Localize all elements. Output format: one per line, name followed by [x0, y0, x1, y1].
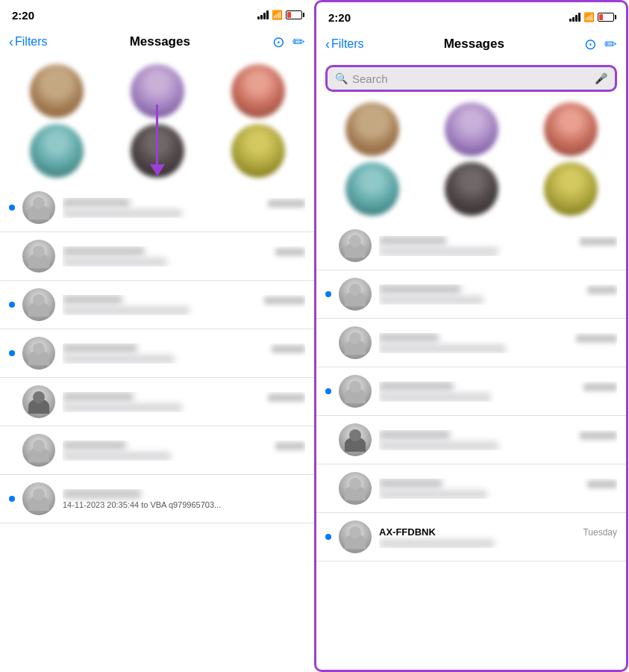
right-pinned-contact-5[interactable] [445, 162, 498, 216]
left-nav-right: ⊙ ✏ [272, 33, 305, 51]
left-message-item-4[interactable] [0, 329, 314, 378]
left-message-item-7[interactable]: 14-11-2023 20:35:44 to VBA q979965703... [0, 475, 314, 523]
msg-preview-blur [379, 247, 498, 256]
right-pinned-contact-4[interactable] [345, 162, 399, 216]
right-pinned-contact-2[interactable] [445, 102, 498, 156]
right-msg-content-1 [379, 236, 617, 256]
left-message-item-2[interactable] [0, 232, 314, 281]
right-pinned-contact-3[interactable] [544, 102, 598, 156]
msg-preview-blur [379, 490, 487, 499]
msg-name-blur [63, 392, 134, 402]
right-status-bar: 2:20 📶 8 [316, 2, 626, 29]
unread-indicator [325, 291, 331, 297]
right-message-item-7[interactable]: AX-FFDBNK Tuesday [316, 513, 626, 561]
msg-preview-blur [379, 296, 484, 305]
right-avatar-1 [345, 102, 399, 156]
msg-time-blur [268, 199, 305, 208]
signal-bars-icon [257, 10, 269, 19]
msg-name-blur [379, 382, 454, 391]
right-message-item-3[interactable] [316, 319, 626, 367]
right-msg-avatar-5 [339, 423, 372, 456]
msg-preview-blur [379, 344, 506, 353]
right-msg-avatar-3 [339, 326, 372, 359]
right-msg-time-7: Tuesday [583, 527, 617, 538]
msg-time-blur [587, 480, 617, 488]
left-msg-avatar-7 [22, 482, 55, 515]
msg-time-blur [268, 393, 305, 402]
left-msg-content-5 [63, 392, 305, 412]
right-message-list: AX-FFDBNK Tuesday [316, 222, 626, 670]
right-pinned-contact-1[interactable] [345, 102, 399, 156]
msg-time-blur [264, 296, 305, 305]
right-msg-content-5 [379, 430, 617, 450]
right-compose-button[interactable]: ✏ [604, 35, 617, 53]
right-message-item-4[interactable] [316, 367, 626, 416]
left-compose-button[interactable]: ✏ [292, 33, 305, 51]
msg-time-blur [587, 286, 617, 294]
msg-preview-blur [379, 441, 498, 450]
msg-time-blur [272, 345, 305, 353]
right-more-button[interactable]: ⊙ [584, 35, 597, 53]
right-msg-avatar-4 [339, 375, 372, 408]
left-status-bar: 2:20 📶 8 [0, 0, 314, 27]
msg-preview-blur [63, 452, 171, 461]
left-filters-back[interactable]: ‹ Filters [9, 34, 48, 50]
msg-time-blur [583, 383, 617, 391]
right-phone-panel: 2:20 📶 8 ‹ Filters Messages ⊙ ✏ [314, 0, 628, 672]
right-msg-avatar-6 [339, 472, 372, 505]
left-more-button[interactable]: ⊙ [272, 33, 285, 51]
right-pinned-contact-6[interactable] [544, 162, 598, 216]
right-message-item-1[interactable] [316, 222, 626, 270]
left-pinned-contact-3[interactable] [231, 64, 285, 118]
right-signal-bars-icon [569, 13, 581, 22]
msg-name-blur [63, 343, 137, 353]
unread-indicator [325, 534, 331, 540]
msg-time-blur [275, 248, 305, 256]
right-message-item-6[interactable] [316, 464, 626, 513]
left-msg-avatar-4 [22, 337, 55, 370]
left-phone-panel: 2:20 📶 8 ‹ Filters Messages ⊙ ✏ [0, 0, 314, 672]
msg-name-blur [379, 479, 442, 488]
right-nav-right: ⊙ ✏ [584, 35, 617, 53]
right-message-item-2[interactable] [316, 270, 626, 319]
right-filters-label: Filters [331, 37, 364, 51]
right-msg-avatar-7 [339, 520, 372, 553]
microphone-icon[interactable]: 🎤 [595, 72, 607, 84]
right-pinned-section [316, 98, 626, 222]
left-avatar-4 [30, 124, 84, 178]
left-message-item-5[interactable] [0, 378, 314, 426]
msg-preview-blur [63, 209, 182, 218]
msg-preview-blur [379, 393, 491, 402]
right-msg-content-6 [379, 479, 617, 499]
left-msg-avatar-3 [22, 288, 55, 321]
right-filters-back[interactable]: ‹ Filters [325, 37, 364, 52]
left-message-item-6[interactable] [0, 426, 314, 475]
msg-preview-blur [379, 539, 495, 548]
left-avatar-5 [131, 124, 184, 178]
msg-time-blur [576, 335, 617, 343]
left-pinned-contact-4[interactable] [30, 124, 84, 178]
right-msg-content-4 [379, 382, 617, 402]
right-nav-title: Messages [364, 37, 584, 52]
left-back-chevron-icon: ‹ [9, 34, 13, 50]
right-search-bar[interactable]: 🔍 Search 🎤 [325, 65, 617, 92]
left-avatar-2 [131, 64, 184, 118]
left-msg-avatar-5 [22, 385, 55, 418]
right-wifi-icon: 📶 [583, 12, 595, 22]
right-avatar-6 [544, 162, 598, 216]
msg-time-blur [580, 237, 617, 246]
left-pinned-section [0, 60, 314, 184]
left-msg-content-7: 14-11-2023 20:35:44 to VBA q979965703... [63, 489, 305, 509]
left-pinned-contact-1[interactable] [30, 64, 84, 118]
msg-name-blur [379, 333, 439, 343]
left-msg-content-6 [63, 441, 305, 461]
left-pinned-contact-6[interactable] [231, 124, 285, 178]
left-msg-avatar-2 [22, 240, 55, 273]
left-pinned-contact-5[interactable] [131, 124, 184, 178]
left-pinned-contact-2[interactable] [131, 64, 184, 118]
left-message-item-3[interactable] [0, 281, 314, 329]
left-avatar-3 [231, 64, 285, 118]
right-message-item-5[interactable] [316, 416, 626, 464]
left-message-item-1[interactable] [0, 184, 314, 232]
search-placeholder-text: Search [352, 72, 590, 85]
